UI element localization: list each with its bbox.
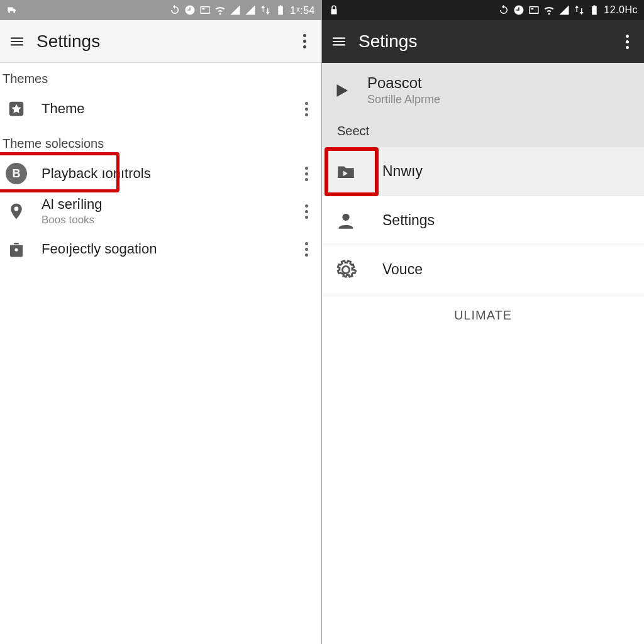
menu-icon[interactable]: [8, 32, 26, 51]
section-theme-selections: Theme solecsions: [0, 128, 321, 155]
now-playing-row[interactable]: Poascot Sortille Alprme: [331, 74, 635, 106]
sync-icon: [169, 4, 180, 16]
row-playback-overflow[interactable]: [299, 164, 318, 183]
box-icon: [199, 4, 211, 16]
battery-icon: [275, 4, 286, 16]
signal-1-icon-r: [558, 4, 570, 16]
overflow-menu-left[interactable]: [295, 32, 314, 51]
row-playback-label: Playback ıonıtrols: [42, 165, 299, 182]
badge-b-icon: B: [5, 162, 28, 185]
row-nnwiy-label: Nnwıy: [382, 163, 423, 180]
signal-2-icon: [245, 4, 256, 16]
appbar-left: Settings: [0, 20, 321, 63]
clock-icon-r: [513, 4, 525, 16]
row-theme-overflow[interactable]: [299, 99, 318, 118]
appbar-right: Setings: [322, 20, 644, 63]
signal-1-icon: [230, 4, 241, 16]
page-title-right: Setings: [358, 31, 618, 52]
menu-icon-right[interactable]: [330, 32, 348, 51]
status-bar-right: 12.0Hc: [322, 0, 644, 20]
person-icon: [331, 206, 361, 236]
left-screenshot: 1ᵡ:54 Settings Themes Theme Theme solecs…: [0, 0, 322, 644]
overflow-menu-right[interactable]: [618, 32, 636, 51]
play-icon[interactable]: [331, 80, 352, 101]
sync-icon-r: [498, 4, 509, 16]
page-title-left: Settings: [36, 31, 295, 52]
right-screenshot: 12.0Hc Setings Poascot Sortille Alprme: [322, 0, 644, 644]
row-al-label: Al serı̇ling: [42, 196, 299, 213]
row-al-sub: Boos tooks: [42, 214, 299, 226]
location-icon: [5, 200, 28, 223]
row-settings-label: Settings: [382, 212, 435, 229]
row-vouce-label: Vouce: [382, 261, 423, 278]
row-nnwiy[interactable]: Nnwıy: [322, 147, 644, 196]
status-time-left: 1ᵡ:54: [290, 4, 315, 16]
row-feo-overflow[interactable]: [299, 240, 318, 258]
now-playing-subtitle: Sortille Alprme: [367, 93, 440, 106]
row-al-serling[interactable]: Al serı̇ling Boos tooks: [0, 192, 321, 230]
battery-icon-r: [589, 4, 600, 16]
bag-icon: [5, 238, 28, 260]
footer-ultimate: ULIMATE: [322, 294, 644, 336]
clock-icon: [184, 4, 196, 16]
row-vouce[interactable]: Vouce: [322, 245, 644, 294]
data-icon: [260, 4, 271, 16]
svg-point-1: [15, 248, 18, 252]
row-feo-label: Feoıjectly sogation: [42, 241, 299, 257]
row-al-overflow[interactable]: [299, 202, 318, 221]
row-theme[interactable]: Theme: [0, 90, 321, 128]
star-icon: [5, 97, 28, 120]
section-themes: Themes: [0, 63, 321, 90]
gear-icon: [331, 255, 361, 285]
svg-point-2: [342, 213, 349, 220]
truck-icon: [6, 4, 18, 16]
section-seect: Seect: [337, 124, 635, 138]
row-playback-controls[interactable]: B Playback ıonıtrols: [0, 155, 321, 192]
wifi-icon-r: [543, 4, 555, 16]
now-playing-title: Poascot: [367, 74, 440, 92]
lock-icon: [328, 4, 340, 16]
data-icon-r: [574, 4, 585, 16]
folder-icon: [331, 157, 361, 187]
now-playing-panel: Poascot Sortille Alprme Seect: [322, 63, 644, 147]
status-bar-left: 1ᵡ:54: [0, 0, 321, 20]
row-theme-label: Theme: [42, 101, 299, 117]
row-feoijectly[interactable]: Feoıjectly sogation: [0, 230, 321, 268]
wifi-icon: [214, 4, 226, 16]
row-settings[interactable]: Settings: [322, 196, 644, 245]
status-time-right: 12.0Hc: [604, 4, 638, 16]
box-icon-r: [528, 4, 540, 16]
